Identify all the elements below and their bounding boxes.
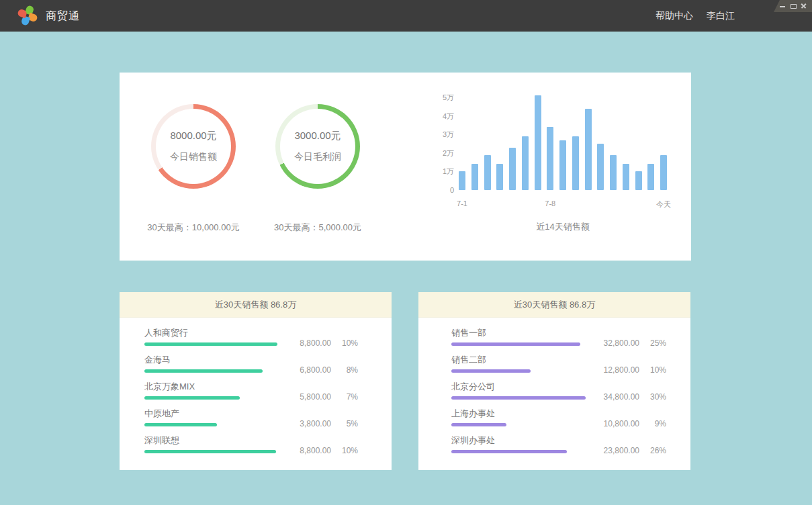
daily-sales-bar bbox=[509, 148, 516, 191]
rank-item-name: 上海办事处 bbox=[451, 408, 690, 419]
sales-14d-bar-chart: 5万4万3万2万1万0 7-17-8今天 近14天销售额 bbox=[437, 93, 668, 238]
department-rank-title: 近30天销售额 86.8万 bbox=[418, 292, 690, 318]
rank-item-bar bbox=[451, 342, 580, 346]
app-logo-pinwheel-icon bbox=[17, 5, 38, 26]
rank-item-percent: 8% bbox=[339, 365, 358, 375]
daily-sales-bar bbox=[496, 164, 503, 190]
rank-list-item: 中原地产3,800.005% bbox=[144, 408, 392, 435]
today-profit-donut-chart: 3000.00元 今日毛利润 bbox=[275, 104, 360, 189]
rank-item-name: 北京分公司 bbox=[451, 381, 690, 392]
daily-sales-bar bbox=[459, 171, 465, 190]
rank-item-value: 12,800.0010% bbox=[604, 365, 666, 375]
department-rank-card: 近30天销售额 86.8万 销售一部32,800.0025%销售二部12,800… bbox=[418, 292, 690, 470]
rank-item-amount: 8,800.00 bbox=[300, 446, 331, 455]
rank-item-value: 6,800.008% bbox=[300, 365, 358, 375]
daily-sales-bar bbox=[635, 171, 642, 190]
y-tick-label: 0 bbox=[450, 185, 454, 195]
rank-item-amount: 32,800.00 bbox=[604, 338, 639, 348]
rank-list-item: 上海办事处10,800.009% bbox=[451, 408, 690, 435]
rank-item-value: 8,800.0010% bbox=[300, 446, 358, 455]
y-tick-label: 3万 bbox=[443, 130, 454, 139]
daily-sales-bar bbox=[471, 164, 478, 190]
customer-rank-card: 近30天销售额 86.8万 人和商贸行8,800.0010%金海马6,800.0… bbox=[120, 292, 392, 470]
maximize-icon[interactable] bbox=[790, 3, 797, 9]
rank-item-amount: 12,800.00 bbox=[604, 365, 639, 375]
topbar-menu: 帮助中心 李白江 bbox=[656, 0, 735, 32]
today-sales-donut-chart: 8000.00元 今日销售额 bbox=[151, 104, 236, 189]
today-profit-donut-center: 3000.00元 今日毛利润 bbox=[280, 109, 355, 184]
rank-item-percent: 26% bbox=[647, 446, 666, 455]
rank-item-name: 深圳办事处 bbox=[451, 435, 690, 446]
rank-list-item: 人和商贸行8,800.0010% bbox=[144, 328, 392, 355]
minimize-icon[interactable] bbox=[779, 3, 786, 9]
y-tick-label: 4万 bbox=[443, 111, 454, 121]
rank-list-item: 北京万象MIX5,800.007% bbox=[144, 381, 392, 408]
rank-item-bar bbox=[451, 396, 586, 400]
today-sales-value: 8000.00元 bbox=[170, 130, 216, 142]
daily-sales-bar bbox=[535, 95, 541, 190]
daily-sales-bar bbox=[484, 155, 491, 190]
rank-item-name: 人和商贸行 bbox=[144, 328, 392, 338]
y-tick-label: 2万 bbox=[443, 148, 454, 158]
daily-sales-bar bbox=[559, 140, 566, 191]
x-tick-label: 7-1 bbox=[457, 199, 467, 208]
y-tick-label: 1万 bbox=[443, 167, 454, 176]
rank-item-value: 23,800.0026% bbox=[604, 446, 666, 455]
daily-sales-bar bbox=[572, 136, 579, 190]
user-menu[interactable]: 李白江 bbox=[707, 10, 735, 22]
rank-item-name: 金海马 bbox=[144, 355, 392, 365]
rank-item-bar bbox=[144, 342, 277, 346]
today-sales-label: 今日销售额 bbox=[170, 151, 217, 163]
rank-item-value: 32,800.0025% bbox=[604, 338, 666, 348]
bar-chart-title: 近14天销售额 bbox=[459, 221, 667, 233]
daily-sales-bar bbox=[610, 155, 617, 190]
rank-item-percent: 9% bbox=[647, 419, 666, 428]
rank-item-name: 北京万象MIX bbox=[144, 381, 392, 392]
topbar: 商贸通 帮助中心 李白江 bbox=[0, 0, 812, 32]
daily-sales-bar bbox=[547, 127, 553, 190]
rank-item-percent: 7% bbox=[339, 392, 358, 402]
bar-chart-y-axis: 5万4万3万2万1万0 bbox=[437, 93, 454, 194]
rank-item-percent: 10% bbox=[339, 338, 358, 348]
daily-sales-bar bbox=[597, 144, 604, 190]
rank-item-bar bbox=[451, 369, 531, 373]
rank-item-amount: 5,800.00 bbox=[300, 392, 331, 402]
rank-item-amount: 34,800.00 bbox=[604, 392, 639, 402]
rank-item-name: 中原地产 bbox=[144, 408, 392, 419]
rank-item-percent: 5% bbox=[339, 419, 358, 428]
rank-item-amount: 3,800.00 bbox=[300, 419, 331, 428]
daily-sales-bar bbox=[623, 164, 629, 190]
rank-item-bar bbox=[144, 396, 240, 400]
rank-list-item: 北京分公司34,800.0030% bbox=[451, 381, 690, 408]
daily-sales-bar bbox=[647, 164, 654, 190]
rank-item-value: 5,800.007% bbox=[300, 392, 358, 402]
rank-item-percent: 25% bbox=[647, 338, 666, 348]
rank-item-amount: 6,800.00 bbox=[300, 365, 331, 375]
rank-item-amount: 10,800.00 bbox=[604, 419, 639, 428]
rank-item-bar bbox=[144, 423, 217, 426]
today-sales-donut-ring: 8000.00元 今日销售额 bbox=[151, 104, 236, 189]
today-sales-donut-center: 8000.00元 今日销售额 bbox=[156, 109, 231, 184]
rank-item-value: 3,800.005% bbox=[300, 419, 358, 428]
today-profit-label: 今日毛利润 bbox=[294, 151, 341, 163]
rank-list-item: 深圳联想8,800.0010% bbox=[144, 435, 392, 462]
rank-item-name: 销售二部 bbox=[451, 355, 690, 365]
rank-item-bar bbox=[451, 450, 567, 453]
today-profit-30d-max: 30天最高：5,000.00元 bbox=[244, 222, 392, 234]
help-center-link[interactable]: 帮助中心 bbox=[656, 10, 693, 22]
rank-list-item: 销售二部12,800.0010% bbox=[451, 355, 690, 381]
rank-item-amount: 8,800.00 bbox=[300, 338, 331, 348]
window-controls bbox=[774, 0, 812, 12]
rank-list-item: 金海马6,800.008% bbox=[144, 355, 392, 381]
customer-rank-list: 人和商贸行8,800.0010%金海马6,800.008%北京万象MIX5,80… bbox=[120, 318, 392, 462]
rank-item-bar bbox=[144, 369, 263, 373]
bar-chart-x-axis: 7-17-8今天 bbox=[459, 199, 667, 209]
today-profit-value: 3000.00元 bbox=[294, 130, 341, 142]
today-profit-donut-ring: 3000.00元 今日毛利润 bbox=[275, 104, 360, 189]
close-icon[interactable] bbox=[801, 3, 807, 9]
rank-item-name: 销售一部 bbox=[451, 328, 690, 338]
customer-rank-title: 近30天销售额 86.8万 bbox=[120, 292, 392, 318]
x-tick-label: 7-8 bbox=[545, 199, 555, 208]
rank-item-name: 深圳联想 bbox=[144, 435, 392, 446]
y-tick-label: 5万 bbox=[443, 93, 454, 102]
